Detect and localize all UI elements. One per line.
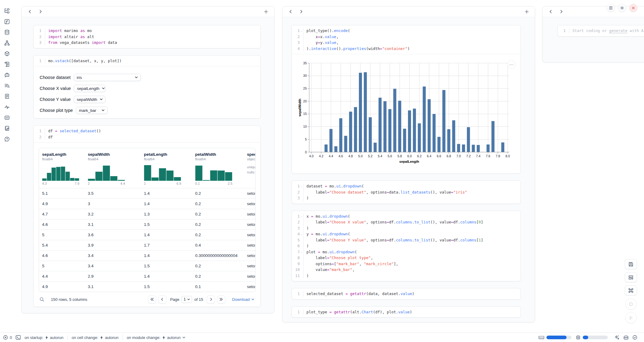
code-editor[interactable]: 1df = selected_dataset()2df [34,126,260,142]
dropdown-select-choose-y-value[interactable]: sepalWidth [74,96,106,103]
svg-text:0: 0 [305,150,307,154]
table-cell: 0.2 [195,261,246,271]
fold-marker-icon[interactable]: ⌄ [300,28,303,34]
table-row[interactable]: 4.63.41.40.30000000000000004setosa [39,250,255,261]
code-editor[interactable]: 1selected_dataset = getattr(data, datase… [292,288,521,299]
add-cell-button[interactable] [523,8,531,16]
column-header-species[interactable]: speciesobjectunique:nulls: [247,152,256,175]
settings-button[interactable] [618,4,626,12]
svg-text:4.4: 4.4 [329,154,333,158]
keyboard-shortcuts-button[interactable] [625,285,637,295]
errors-button[interactable]: 0 [3,335,12,340]
code-cell-dataset-dropdown[interactable]: 1⌄dataset = mo.ui.dropdown(2 label="Choo… [292,180,521,204]
on-startup-setting[interactable]: on startup: autorun [24,335,63,340]
column-scroll-right-button[interactable] [297,8,305,16]
column-scroll-left-button[interactable] [26,8,34,16]
chart-actions-button[interactable]: ••• [507,60,516,69]
code-cell-plot[interactable]: 1⌄plot_type().encode(2 x=x.value,3 y=y.v… [292,25,521,174]
code-editor[interactable]: 1⌄plot_type().encode(2 x=x.value,3 y=y.v… [292,25,521,54]
snippets-panel-button[interactable] [3,93,11,101]
on-cell-change-setting[interactable]: on cell change: autorun [72,335,119,340]
column-header-sepalLength[interactable]: sepalLengthfloat644.37.9 [42,152,86,185]
next-page-button[interactable] [207,295,215,304]
on-module-change-setting[interactable]: on module change: autorun [127,335,186,340]
help-panel-button[interactable] [3,135,11,143]
fold-marker-icon[interactable]: ⌄ [300,249,303,255]
stop-kernel-button[interactable] [625,298,637,310]
code-cell-xy-plot-dropdowns[interactable]: 1⌄x = mo.ui.dropdown(2 label="Choose X v… [292,211,521,282]
chevron-down-icon [102,87,105,90]
dependency-graph-panel-button[interactable] [3,39,11,47]
column-header-sepalWidth[interactable]: sepalWidthfloat6424.4 [88,152,143,185]
table-row[interactable]: 53.41.50.2setosa [39,261,255,271]
empty-code-cell[interactable]: 1 Start coding or generate with AI [557,25,644,37]
code-editor[interactable]: 1plot_type = getattr(alt.Chart(df), plot… [292,307,521,318]
code-editor[interactable]: 1⌄x = mo.ui.dropdown(2 label="Choose X v… [292,211,521,281]
last-page-button[interactable] [217,295,225,304]
previous-page-button[interactable] [158,295,166,304]
generate-with-ai-link[interactable]: generate [609,28,627,33]
table-cell: 5 [42,261,86,271]
run-all-button[interactable] [625,312,637,323]
tracing-panel-button[interactable] [3,103,11,111]
copilot-button[interactable] [623,335,629,340]
table-search-button[interactable] [40,297,44,302]
table-row[interactable]: 53.61.40.2setosa [39,230,255,240]
scratchpad-panel-button[interactable] [3,114,11,122]
fold-marker-icon[interactable]: ⌄ [300,183,303,189]
code-editor[interactable]: 1import marimo as mo2import altair as al… [34,25,260,48]
code-editor-placeholder[interactable]: Start coding or generate with AI [569,28,644,34]
fold-marker-icon[interactable]: ⌄ [300,213,303,219]
code-cell-dataframe[interactable]: 1df = selected_dataset()2dfsepalLengthfl… [33,125,261,307]
code-cell-imports[interactable]: 1import marimo as mo2import altair as al… [33,25,261,48]
ai-chat-panel-button[interactable] [3,71,11,79]
table-row[interactable]: 5.13.51.40.2setosa [39,188,255,198]
table-cell: 4.4 [42,271,86,281]
table-row[interactable]: 4.42.91.40.2setosa [39,271,255,281]
column-scroll-left-button[interactable] [547,8,555,16]
logs-panel-button[interactable] [3,61,11,69]
shutdown-button[interactable] [629,4,637,12]
connection-status-button[interactable] [632,335,637,340]
column-header-petalLength[interactable]: petalLengthfloat6416.9 [144,152,194,185]
code-line: 4).interactive().properties(width="conta… [292,46,521,52]
packages-panel-button[interactable] [3,50,11,58]
column-histogram [144,164,181,181]
dropdown-select-choose-plot-type[interactable]: mark_bar [76,107,108,114]
page-select[interactable]: 1 [181,296,192,303]
dropdown-select-choose-dataset[interactable]: iris [74,74,141,81]
code-editor[interactable]: 1⌄dataset = mo.ui.dropdown(2 label="Choo… [292,181,521,204]
outline-search-panel-button[interactable] [3,82,11,90]
column-scroll-right-button[interactable] [557,8,565,16]
add-cell-button[interactable] [262,8,270,16]
download-button[interactable]: Download [232,297,254,302]
code-editor[interactable]: 1mo.vstack([dataset, x, y, plot]) [34,55,260,66]
table-row[interactable]: 5.43.91.70.4setosa [39,240,255,250]
dropdown-select-choose-x-value[interactable]: sepalLength [74,85,106,92]
table-row[interactable]: 4.63.11.50.2setosa [39,219,255,230]
first-page-button[interactable] [148,295,156,304]
terminal-button[interactable] [16,335,21,340]
layout-select-button[interactable] [625,272,637,282]
svg-text:sepalLength: sepalLength [399,160,419,163]
table-row[interactable]: 4.73.21.30.2setosa [39,209,255,219]
code-cell-vstack[interactable]: 1mo.vstack([dataset, x, y, plot])Choose … [33,55,261,119]
column-header-petalWidth[interactable]: petalWidthfloat640.12.5 [195,152,246,185]
altair-bar-chart[interactable]: 4.04.24.44.64.85.05.25.45.65.86.06.26.46… [292,54,521,173]
functions-panel-button[interactable] [3,18,11,26]
table-row[interactable]: 4.93.11.50.1setosa [39,281,255,292]
notes-panel-button[interactable] [3,125,11,133]
terminal-icon [16,335,21,340]
code-line: 10 value="mark_bar", [292,267,521,273]
table-row[interactable]: 4.931.40.2setosa [39,198,255,209]
save-button[interactable] [625,259,637,269]
menu-button[interactable] [607,4,615,12]
code-cell-plot-type[interactable]: 1plot_type = getattr(alt.Chart(df), plot… [292,306,521,318]
ai-assist-button[interactable] [614,335,620,340]
file-explorer-panel-button[interactable] [3,7,11,15]
column-scroll-right-button[interactable] [37,8,45,16]
column-scroll-left-button[interactable] [287,8,295,16]
code-cell-selected-dataset[interactable]: 1selected_dataset = getattr(data, datase… [292,288,521,300]
datasources-panel-button[interactable] [3,29,11,37]
fold-marker-icon[interactable]: ⌄ [300,231,303,237]
